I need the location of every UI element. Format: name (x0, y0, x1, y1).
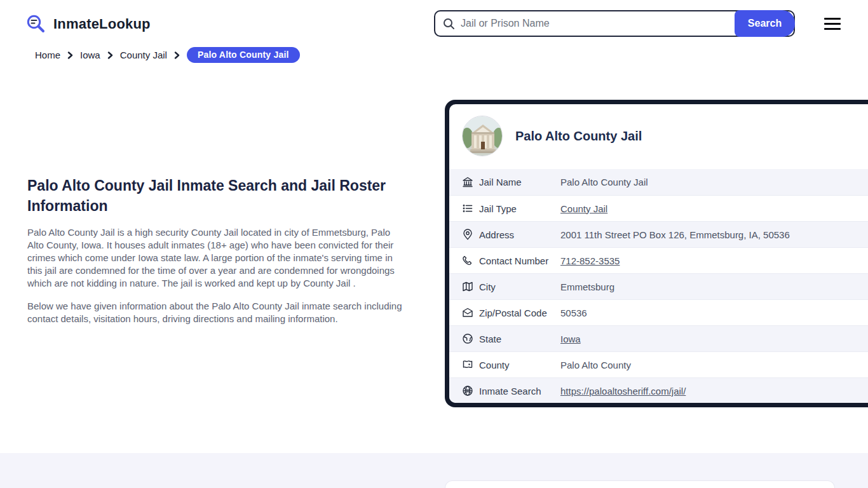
search-button[interactable]: Search (735, 10, 795, 37)
row-label: Address (479, 229, 560, 240)
row-value: 50536 (560, 308, 587, 318)
envelope-icon (462, 307, 473, 318)
row-label: City (479, 281, 560, 292)
list-icon (462, 203, 473, 214)
earth-icon (462, 333, 473, 344)
intro-paragraph: Palo Alto County Jail is a high security… (27, 226, 403, 290)
inmate-search-link[interactable]: https://paloaltosheriff.com/jail/ (560, 386, 686, 396)
page-title: Palo Alto County Jail Inmate Search and … (27, 175, 403, 216)
breadcrumb-home[interactable]: Home (35, 50, 60, 60)
jail-photo (462, 116, 503, 156)
inmatelookup-logo-icon (25, 13, 47, 35)
breadcrumb: Home Iowa County Jail Palo Alto County J… (35, 47, 300, 63)
table-row-contact: Contact Number 712-852-3535 (449, 247, 868, 273)
breadcrumb-current-badge: Palo Alto County Jail (187, 47, 300, 63)
jail-card-title: Palo Alto County Jail (515, 129, 642, 144)
brand-name: InmateLookup (53, 16, 151, 32)
row-value: Palo Alto County Jail (560, 177, 648, 187)
row-label: Jail Type (479, 203, 560, 214)
brand-logo[interactable]: InmateLookup (25, 13, 151, 35)
search-icon (443, 18, 455, 30)
table-row-jail-type: Jail Type County Jail (449, 195, 868, 221)
contact-number-link[interactable]: 712-852-3535 (560, 255, 620, 266)
next-card-edge (445, 480, 835, 488)
breadcrumb-county-jail[interactable]: County Jail (120, 50, 167, 60)
row-label: Jail Name (479, 177, 560, 187)
flag-icon (462, 359, 473, 370)
row-label: Zip/Postal Code (479, 308, 560, 318)
map-pin-icon (462, 229, 473, 240)
chevron-right-icon (174, 51, 180, 59)
table-row-jail-name: Jail Name Palo Alto County Jail (449, 169, 868, 195)
info-paragraph: Below we have given information about th… (27, 300, 403, 325)
jail-search-bar: Search (434, 10, 795, 37)
row-label: County (479, 360, 560, 370)
bank-icon (462, 177, 473, 188)
menu-icon[interactable] (824, 18, 841, 30)
card-header: Palo Alto County Jail (449, 104, 868, 169)
table-row-city: City Emmetsburg (449, 273, 868, 299)
table-row-address: Address 2001 11th Street PO Box 126, Emm… (449, 221, 868, 247)
row-value: Emmetsburg (560, 281, 614, 292)
chevron-right-icon (107, 51, 113, 59)
jail-info-card: Palo Alto County Jail Jail Name Palo Alt… (445, 100, 868, 407)
table-row-zip: Zip/Postal Code 50536 (449, 299, 868, 325)
row-value: 2001 11th Street PO Box 126, Emmetsburg,… (560, 229, 790, 240)
table-row-county: County Palo Alto County (449, 351, 868, 377)
state-link[interactable]: Iowa (560, 334, 581, 344)
article: Palo Alto County Jail Inmate Search and … (27, 175, 403, 325)
jail-type-link[interactable]: County Jail (560, 203, 607, 214)
phone-icon (462, 255, 473, 266)
chevron-right-icon (67, 51, 73, 59)
row-value: Palo Alto County (560, 360, 631, 370)
row-label: Contact Number (479, 255, 560, 266)
table-row-inmate-search: Inmate Search https://paloaltosheriff.co… (449, 377, 868, 403)
map-icon (462, 281, 473, 292)
row-label: State (479, 334, 560, 344)
row-label: Inmate Search (479, 386, 560, 396)
breadcrumb-iowa[interactable]: Iowa (80, 50, 100, 60)
table-row-state: State Iowa (449, 325, 868, 351)
jail-details-table: Jail Name Palo Alto County Jail Jail Typ… (449, 169, 868, 403)
globe-icon (462, 385, 473, 396)
